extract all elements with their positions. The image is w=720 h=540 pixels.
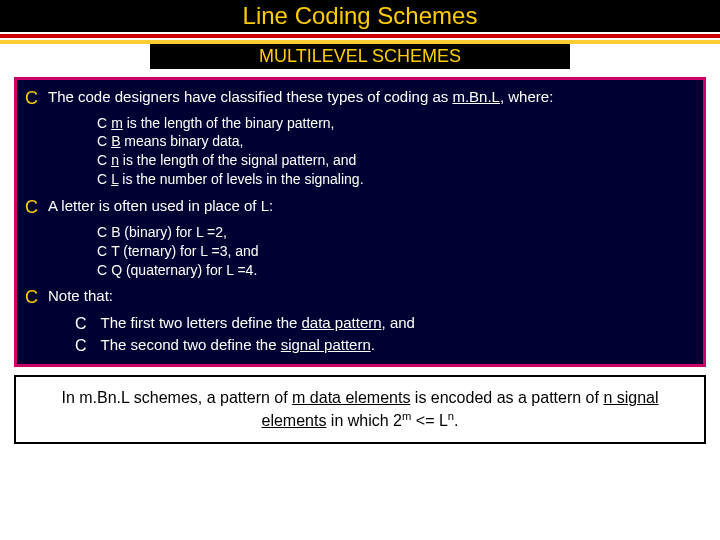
sub-bullet-icon: C	[97, 261, 107, 280]
sub-item: CB means binary data,	[97, 132, 695, 151]
sub-text: T (ternary) for L =3, and	[111, 242, 258, 261]
bullet-2-sublist: CB (binary) for L =2, CT (ternary) for L…	[97, 223, 695, 280]
t: .	[454, 412, 458, 429]
sub-bullet-icon: C	[97, 132, 107, 151]
content-box: C The code designers have classified the…	[14, 77, 706, 367]
sub-item: CB (binary) for L =2,	[97, 223, 695, 242]
t: , and	[382, 314, 415, 331]
sub-bullet-icon: C	[97, 170, 107, 189]
bullet-icon: C	[25, 88, 38, 110]
bullet-icon: C	[25, 287, 38, 309]
t: .	[371, 336, 375, 353]
sub-text: Q (quaternary) for L =4.	[111, 261, 257, 280]
text: The code designers have classified these…	[48, 88, 452, 105]
bullet-1: C The code designers have classified the…	[25, 88, 695, 110]
bullet-icon: C	[25, 197, 38, 219]
sub-bullet-icon: C	[97, 223, 107, 242]
t: is the length of the signal pattern, and	[119, 152, 356, 168]
sub-item: CT (ternary) for L =3, and	[97, 242, 695, 261]
t: The first two letters define the	[101, 314, 302, 331]
sub-item: CL is the number of levels in the signal…	[97, 170, 695, 189]
sub-text: B (binary) for L =2,	[111, 223, 227, 242]
sub-item: CThe first two letters define the data p…	[75, 313, 695, 335]
t: 2	[393, 412, 402, 429]
sub-item: Cn is the length of the signal pattern, …	[97, 151, 695, 170]
sub-text: L is the number of levels in the signali…	[111, 170, 363, 189]
title-band: Line Coding Schemes	[0, 0, 720, 32]
t: in which	[326, 412, 393, 429]
sub-text: The second two define the signal pattern…	[101, 335, 375, 355]
bullet-3: C Note that:	[25, 287, 695, 309]
footer-note: In m.Bn.L schemes, a pattern of m data e…	[14, 375, 706, 444]
t: means binary data,	[120, 133, 243, 149]
bullet-1-text: The code designers have classified these…	[48, 88, 695, 107]
sub-item: CThe second two define the signal patter…	[75, 335, 695, 357]
sub-item: CQ (quaternary) for L =4.	[97, 261, 695, 280]
page-title: Line Coding Schemes	[243, 2, 478, 29]
sub-text: The first two letters define the data pa…	[101, 313, 415, 333]
t: The second two define the	[101, 336, 281, 353]
sub-text: B means binary data,	[111, 132, 243, 151]
bullet-1-sublist: Cm is the length of the binary pattern, …	[97, 114, 695, 190]
sub-item: Cm is the length of the binary pattern,	[97, 114, 695, 133]
sub-bullet-icon: C	[75, 335, 87, 357]
term-underline: m.Bn.L	[452, 88, 500, 105]
t: is encoded as a pattern of	[410, 389, 603, 406]
sub-bullet-icon: C	[75, 313, 87, 335]
bullet-2-text: A letter is often used in place of L:	[48, 197, 695, 216]
u: n	[111, 152, 119, 168]
sub-bullet-icon: C	[97, 114, 107, 133]
sub-bullet-icon: C	[97, 151, 107, 170]
t: is the number of levels in the signaling…	[118, 171, 363, 187]
sub-bullet-icon: C	[97, 242, 107, 261]
t: In m.Bn.L schemes, a pattern of	[61, 389, 292, 406]
u: signal pattern	[281, 336, 371, 353]
sub-text: n is the length of the signal pattern, a…	[111, 151, 356, 170]
sup: m	[402, 410, 411, 422]
divider-red	[0, 34, 720, 38]
sub-text: m is the length of the binary pattern,	[111, 114, 334, 133]
u: data pattern	[302, 314, 382, 331]
subtitle-band: MULTILEVEL SCHEMES	[150, 44, 570, 69]
u: m	[111, 115, 123, 131]
t: is the length of the binary pattern,	[123, 115, 335, 131]
t: <= L	[411, 412, 447, 429]
bullet-3-text: Note that:	[48, 287, 695, 306]
bullet-2: C A letter is often used in place of L:	[25, 197, 695, 219]
bullet-3-sublist: CThe first two letters define the data p…	[75, 313, 695, 356]
page-subtitle: MULTILEVEL SCHEMES	[259, 46, 461, 66]
text: , where:	[500, 88, 553, 105]
u: m data elements	[292, 389, 410, 406]
